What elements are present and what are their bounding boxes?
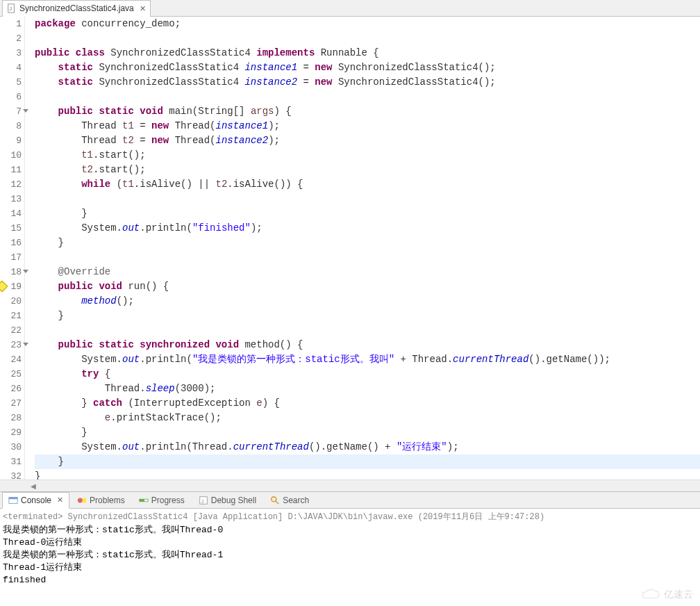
search-icon <box>270 496 280 505</box>
svg-rect-5 <box>83 498 86 502</box>
svg-point-10 <box>272 496 276 501</box>
code-line[interactable]: t1.start(); <box>35 148 700 163</box>
code-line[interactable]: Thread t1 = new Thread(instance1); <box>35 119 700 133</box>
progress-icon <box>139 496 149 505</box>
close-icon[interactable]: ✕ <box>57 496 63 505</box>
line-number: 21 <box>0 309 22 323</box>
line-gutter: 1234567891011121314151617181920212223242… <box>0 17 25 480</box>
code-line[interactable]: } <box>35 236 700 250</box>
console-icon <box>8 496 18 505</box>
svg-rect-7 <box>140 499 144 502</box>
console-line: 我是类锁的第一种形式：static形式。我叫Thread-1 <box>3 549 697 562</box>
svg-point-4 <box>78 498 83 502</box>
code-line[interactable]: public void run() { <box>35 279 700 294</box>
line-number: 20 <box>0 294 22 309</box>
code-line[interactable]: } <box>35 206 700 221</box>
editor-area: J SynchronizedClassStatic4.java ✕ 123456… <box>0 0 700 492</box>
problems-icon <box>77 496 87 505</box>
line-number: 24 <box>0 352 22 367</box>
code-editor[interactable]: 1234567891011121314151617181920212223242… <box>0 17 700 480</box>
code-line[interactable]: } <box>35 425 700 440</box>
watermark: 亿速云 <box>640 588 693 602</box>
line-number: 27 <box>0 396 22 411</box>
code-body[interactable]: package concurrency_demo;public class Sy… <box>25 17 700 480</box>
horizontal-scrollbar[interactable]: ◀ <box>0 480 700 491</box>
code-line[interactable]: static SynchronizedClassStatic4 instance… <box>35 75 700 90</box>
svg-text:J: J <box>10 6 12 11</box>
code-line[interactable]: static SynchronizedClassStatic4 instance… <box>35 60 700 75</box>
line-number: 2 <box>0 31 22 46</box>
line-number: 8 <box>0 119 22 133</box>
cloud-icon <box>640 588 661 602</box>
code-line[interactable]: } <box>35 469 700 480</box>
code-line[interactable]: while (t1.isAlive() || t2.isAlive()) { <box>35 177 700 192</box>
scroll-left-icon[interactable]: ◀ <box>28 482 39 490</box>
tab-debug-shell[interactable]: J Debug Shell <box>192 492 262 509</box>
code-line[interactable] <box>35 192 700 206</box>
line-number: 16 <box>0 236 22 250</box>
line-number: 6 <box>0 90 22 104</box>
code-line[interactable]: public class SynchronizedClassStatic4 im… <box>35 46 700 60</box>
tab-filename: SynchronizedClassStatic4.java <box>19 3 134 13</box>
line-number: 29 <box>0 425 22 440</box>
console-terminated-line: <terminated> SynchronizedClassStatic4 [J… <box>3 510 697 524</box>
line-number: 10 <box>0 148 22 163</box>
code-line[interactable]: } <box>35 454 700 469</box>
line-number: 26 <box>0 382 22 396</box>
code-line[interactable]: System.out.println(Thread.currentThread(… <box>35 440 700 454</box>
line-number: 31 <box>0 454 22 469</box>
editor-tab[interactable]: J SynchronizedClassStatic4.java ✕ <box>2 0 151 17</box>
console-line: finished <box>3 574 697 587</box>
line-number: 30 <box>0 440 22 454</box>
line-number: 17 <box>0 250 22 265</box>
tab-console[interactable]: Console ✕ <box>2 492 69 509</box>
code-line[interactable]: System.out.println("我是类锁的第一种形式：static形式。… <box>35 352 700 367</box>
views-tab-bar: Console ✕ Problems Progress J Debug Shel… <box>0 492 700 509</box>
console-output[interactable]: <terminated> SynchronizedClassStatic4 [J… <box>0 509 700 588</box>
line-number: 13 <box>0 192 22 206</box>
line-number: 15 <box>0 221 22 236</box>
code-line[interactable]: Thread t2 = new Thread(instance2); <box>35 133 700 148</box>
code-line[interactable]: try { <box>35 367 700 382</box>
console-line: 我是类锁的第一种形式：static形式。我叫Thread-0 <box>3 524 697 537</box>
code-line[interactable] <box>35 90 700 104</box>
code-line[interactable]: @Override <box>35 265 700 279</box>
tab-progress[interactable]: Progress <box>133 492 191 509</box>
code-line[interactable]: System.out.println("finished"); <box>35 221 700 236</box>
line-number: 25 <box>0 367 22 382</box>
code-line[interactable] <box>35 250 700 265</box>
code-line[interactable]: package concurrency_demo; <box>35 17 700 31</box>
code-line[interactable]: t2.start(); <box>35 163 700 177</box>
svg-text:J: J <box>201 498 203 504</box>
line-number: 32 <box>0 469 22 480</box>
line-number: 4 <box>0 60 22 75</box>
line-number: 9 <box>0 133 22 148</box>
line-number: 28 <box>0 411 22 425</box>
line-number: 23 <box>0 338 22 352</box>
debug-shell-icon: J <box>199 496 208 505</box>
code-line[interactable]: public static synchronized void method()… <box>35 338 700 352</box>
tab-search[interactable]: Search <box>264 492 315 509</box>
line-number: 18 <box>0 265 22 279</box>
close-icon[interactable]: ✕ <box>140 4 146 13</box>
svg-line-11 <box>276 500 278 503</box>
svg-rect-3 <box>9 497 17 499</box>
console-line: Thread-1运行结束 <box>3 562 697 574</box>
line-number: 22 <box>0 323 22 338</box>
code-line[interactable] <box>35 31 700 46</box>
line-number: 3 <box>0 46 22 60</box>
code-line[interactable]: } <box>35 309 700 323</box>
tab-problems[interactable]: Problems <box>71 492 131 509</box>
line-number: 7 <box>0 104 22 119</box>
line-number: 19 <box>0 279 22 294</box>
code-line[interactable]: } catch (InterruptedException e) { <box>35 396 700 411</box>
line-number: 1 <box>0 17 22 31</box>
editor-tab-bar: J SynchronizedClassStatic4.java ✕ <box>0 0 700 17</box>
code-line[interactable] <box>35 323 700 338</box>
console-line: Thread-0运行结束 <box>3 537 697 549</box>
code-line[interactable]: Thread.sleep(3000); <box>35 382 700 396</box>
code-line[interactable]: e.printStackTrace(); <box>35 411 700 425</box>
code-line[interactable]: public static void main(String[] args) { <box>35 104 700 119</box>
line-number: 14 <box>0 206 22 221</box>
code-line[interactable]: method(); <box>35 294 700 309</box>
